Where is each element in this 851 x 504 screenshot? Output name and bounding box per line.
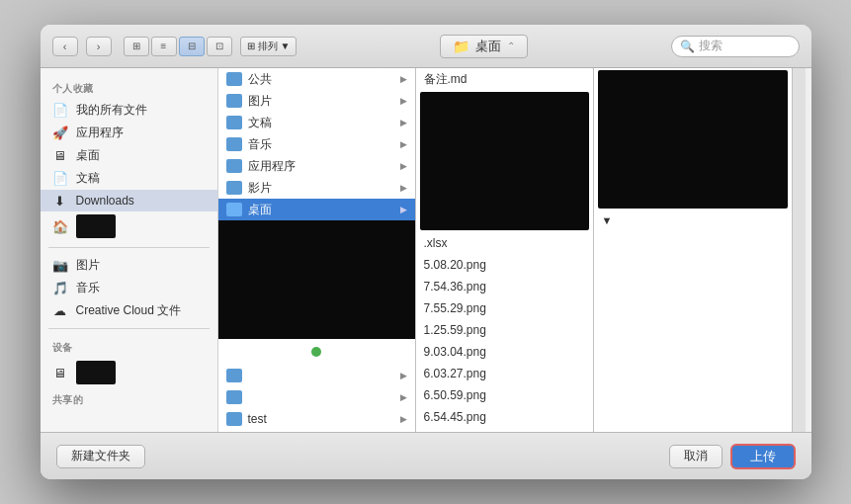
sidebar-item-label: 文稿 bbox=[76, 170, 100, 187]
sidebar-item-photos[interactable]: 📷 图片 bbox=[41, 254, 217, 277]
list-item[interactable]: 1.25.59.png bbox=[416, 319, 593, 341]
status-dot bbox=[311, 347, 321, 357]
scroll-indicator[interactable] bbox=[792, 68, 806, 432]
home-thumbnail bbox=[76, 214, 116, 238]
right-panel: ▼ bbox=[594, 68, 792, 432]
cancel-button[interactable]: 取消 bbox=[669, 445, 723, 468]
preview-thumbnail-3 bbox=[598, 70, 788, 209]
view-cover-button[interactable]: ⊡ bbox=[207, 37, 232, 56]
preview-thumbnail-2 bbox=[420, 92, 589, 230]
folder-icon bbox=[226, 94, 242, 108]
folder-icon: 📁 bbox=[453, 39, 469, 54]
list-item[interactable]: .xlsx bbox=[416, 232, 593, 254]
column-panel-2: 备注.md .xlsx 5.08.20.png 7.54.36.png 7.55… bbox=[416, 68, 594, 432]
preview-file-item: 备注.md bbox=[416, 68, 593, 90]
arrange-chevron: ▼ bbox=[281, 41, 291, 51]
folder-icon bbox=[226, 116, 242, 129]
list-item[interactable]: ▼ bbox=[594, 210, 792, 230]
list-item[interactable]: 6.54.45.png bbox=[416, 406, 593, 428]
search-icon: 🔍 bbox=[680, 40, 695, 53]
location-chevron-icon: ⌃ bbox=[507, 41, 515, 51]
location-label: 桌面 bbox=[475, 38, 501, 55]
sidebar-item-label: Downloads bbox=[76, 194, 134, 208]
file-browser: 公共 ▶ 图片 ▶ 文稿 ▶ 音乐 ▶ bbox=[218, 68, 811, 432]
chevron-right-icon: ▶ bbox=[400, 161, 407, 171]
sidebar-item-device[interactable]: 🖥 bbox=[41, 358, 217, 387]
sidebar-item-label: 我的所有文件 bbox=[76, 102, 147, 119]
dialog-window: ‹ › ⊞ ≡ ⊟ ⊡ ⊞ 排列 ▼ 📁 桌面 ⌃ 🔍 搜索 个人收藏 bbox=[41, 25, 811, 479]
all-files-icon: 📄 bbox=[52, 103, 68, 119]
devices-section-title: 设备 bbox=[41, 335, 217, 358]
sidebar-item-label: 桌面 bbox=[76, 147, 100, 164]
arrange-icon: ⊞ bbox=[247, 41, 255, 51]
list-item[interactable]: 应用程序 ▶ bbox=[218, 155, 415, 177]
list-item-desktop[interactable]: 桌面 ▶ bbox=[218, 199, 415, 220]
list-item[interactable]: 9.03.04.png bbox=[416, 341, 593, 363]
chevron-right-icon: ▶ bbox=[400, 139, 407, 149]
sidebar-item-label: 应用程序 bbox=[76, 125, 124, 141]
chevron-right-icon: ▶ bbox=[400, 74, 407, 84]
list-item[interactable]: 7.55.29.png bbox=[416, 297, 593, 319]
list-item[interactable]: 影片 ▶ bbox=[218, 177, 415, 199]
desktop-icon: 🖥 bbox=[52, 148, 68, 164]
new-folder-button[interactable]: 新建文件夹 bbox=[56, 445, 145, 468]
title-bar: ‹ › ⊞ ≡ ⊟ ⊡ ⊞ 排列 ▼ 📁 桌面 ⌃ 🔍 搜索 bbox=[41, 25, 811, 68]
back-button[interactable]: ‹ bbox=[52, 37, 78, 56]
list-item[interactable]: 文稿 ▶ bbox=[218, 112, 415, 133]
sidebar-item-desktop[interactable]: 🖥 桌面 bbox=[41, 144, 217, 167]
main-content: 个人收藏 📄 我的所有文件 🚀 应用程序 🖥 桌面 📄 文稿 ⬇ Downloa… bbox=[41, 68, 811, 432]
bottom-bar: 新建文件夹 取消 上传 bbox=[41, 432, 811, 479]
sidebar-item-music[interactable]: 🎵 音乐 bbox=[41, 277, 217, 299]
forward-button[interactable]: › bbox=[86, 37, 112, 56]
list-item[interactable]: 5.08.20.png bbox=[416, 254, 593, 276]
device-thumbnail bbox=[76, 361, 116, 384]
view-icon-button[interactable]: ⊞ bbox=[124, 37, 149, 56]
chevron-right-icon: ▶ bbox=[400, 371, 407, 380]
view-buttons: ⊞ ≡ ⊟ ⊡ bbox=[124, 37, 232, 56]
sidebar-item-docs[interactable]: 📄 文稿 bbox=[41, 167, 217, 190]
list-item[interactable]: 公共 ▶ bbox=[218, 68, 415, 90]
list-item[interactable]: ▶ bbox=[218, 386, 415, 408]
sidebar-divider-2 bbox=[48, 328, 210, 329]
sidebar-item-creative-cloud[interactable]: ☁ Creative Cloud 文件 bbox=[41, 299, 217, 322]
chevron-right-icon: ▶ bbox=[400, 118, 407, 127]
sidebar-item-label: 音乐 bbox=[76, 280, 100, 296]
search-box[interactable]: 🔍 搜索 bbox=[671, 36, 800, 57]
chevron-right-icon: ▶ bbox=[400, 96, 407, 106]
sidebar: 个人收藏 📄 我的所有文件 🚀 应用程序 🖥 桌面 📄 文稿 ⬇ Downloa… bbox=[41, 68, 218, 432]
sidebar-item-home[interactable]: 🏠 bbox=[41, 211, 217, 241]
chevron-right-icon: ▶ bbox=[400, 392, 407, 402]
list-item[interactable]: 7.54.36.png bbox=[416, 276, 593, 297]
arrange-label: 排列 bbox=[258, 40, 278, 53]
chevron-right-icon: ▶ bbox=[400, 414, 407, 424]
location-button[interactable]: 📁 桌面 ⌃ bbox=[440, 35, 528, 58]
sidebar-item-downloads[interactable]: ⬇ Downloads bbox=[41, 190, 217, 211]
sidebar-item-apps[interactable]: 🚀 应用程序 bbox=[41, 122, 217, 144]
list-item[interactable]: 6.03.27.png bbox=[416, 363, 593, 384]
sidebar-item-all-files[interactable]: 📄 我的所有文件 bbox=[41, 99, 217, 122]
sidebar-divider-1 bbox=[48, 247, 210, 248]
folder-icon bbox=[226, 390, 242, 404]
sidebar-item-label: 图片 bbox=[76, 257, 100, 274]
list-item[interactable]: 音乐 ▶ bbox=[218, 133, 415, 155]
list-item[interactable]: test ▶ bbox=[218, 408, 415, 430]
list-item[interactable]: 图片 ▶ bbox=[218, 90, 415, 112]
search-placeholder: 搜索 bbox=[699, 38, 723, 54]
view-column-button[interactable]: ⊟ bbox=[179, 37, 205, 56]
list-item[interactable]: 6.50.59.png bbox=[416, 384, 593, 406]
folder-icon bbox=[226, 72, 242, 86]
folder-icon bbox=[226, 369, 242, 382]
folder-icon bbox=[226, 181, 242, 195]
list-item[interactable]: ▶ bbox=[218, 365, 415, 386]
shared-section-title: 共享的 bbox=[41, 387, 217, 410]
personal-section-title: 个人收藏 bbox=[41, 76, 217, 99]
chevron-right-icon: ▶ bbox=[400, 183, 407, 193]
home-icon: 🏠 bbox=[52, 218, 68, 234]
folder-icon bbox=[226, 412, 242, 426]
downloads-icon: ⬇ bbox=[52, 193, 68, 209]
photos-icon: 📷 bbox=[52, 258, 68, 274]
folder-icon bbox=[226, 203, 242, 216]
arrange-button[interactable]: ⊞ 排列 ▼ bbox=[240, 37, 298, 56]
view-list-button[interactable]: ≡ bbox=[151, 37, 177, 56]
upload-button[interactable]: 上传 bbox=[730, 444, 796, 469]
